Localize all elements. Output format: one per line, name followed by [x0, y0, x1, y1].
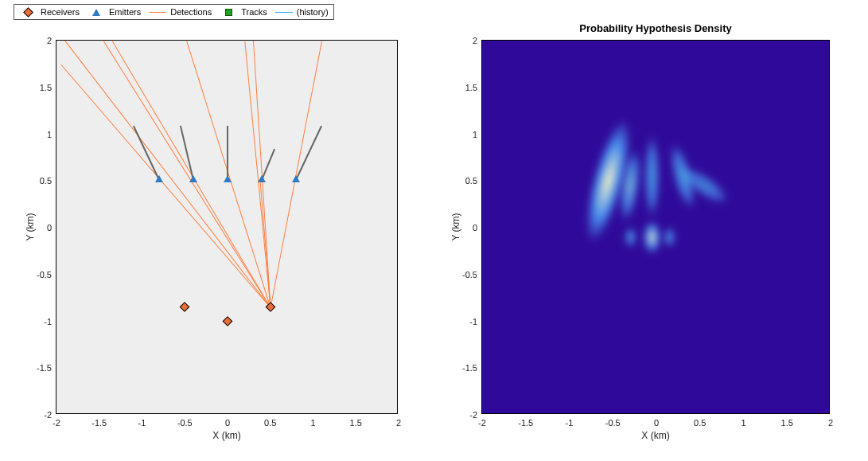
phd-peak	[622, 224, 639, 251]
emitter-marker	[292, 174, 300, 184]
legend: Receivers Emitters Detections Tracks (hi…	[14, 4, 334, 20]
x-tick: -1.5	[91, 418, 107, 428]
y-tick: -1.5	[37, 363, 52, 373]
x-tick: -2	[478, 418, 486, 428]
x-tick: -1	[138, 418, 146, 428]
x-tick: 2	[396, 418, 401, 428]
y-tick: 1.5	[40, 83, 52, 92]
y-tick: 1	[473, 130, 477, 139]
detection-ray	[60, 64, 271, 308]
detection-ray	[64, 41, 271, 307]
legend-item-detections: Detections	[149, 6, 212, 18]
x-tick: 2	[828, 418, 833, 428]
x-tick: 0	[654, 418, 659, 428]
x-tick: 1.5	[781, 418, 793, 428]
x-tick: 0.5	[694, 418, 706, 428]
scene-axes[interactable]: -2-1.5-1-0.500.511.52-2-1.5-1-0.500.511.…	[56, 40, 398, 414]
y-tick: 1	[47, 130, 52, 139]
y-tick: -2	[44, 410, 52, 420]
x-tick: 1	[741, 418, 745, 428]
y-tick: -1	[469, 317, 477, 326]
y-tick: 2	[473, 36, 477, 45]
y-tick: -2	[469, 410, 477, 420]
legend-item-history: (history)	[275, 6, 329, 18]
x-tick: -1	[566, 418, 574, 428]
velocity-stick	[227, 126, 228, 180]
line-icon	[149, 6, 166, 18]
x-tick: 1	[310, 418, 315, 428]
figure: Receivers Emitters Detections Tracks (hi…	[0, 0, 868, 461]
legend-label: Tracks	[241, 7, 267, 17]
y-axis-label: Y (km)	[25, 213, 36, 240]
triangle-icon	[88, 6, 105, 18]
phd-peak	[661, 224, 678, 251]
emitter-marker	[155, 174, 163, 184]
legend-item-emitters: Emitters	[88, 6, 141, 18]
line-icon	[275, 6, 293, 18]
square-icon	[220, 6, 237, 18]
x-tick: -2	[53, 418, 60, 428]
legend-item-tracks: Tracks	[220, 6, 267, 18]
scene-plot-area	[56, 41, 397, 413]
y-tick: 0.5	[465, 176, 477, 186]
y-tick: -0.5	[462, 270, 477, 279]
y-tick: -0.5	[37, 270, 52, 279]
y-tick: 0	[47, 223, 52, 232]
x-axis-label: X (km)	[481, 430, 830, 441]
x-tick: 0	[225, 418, 230, 428]
legend-label: Detections	[170, 7, 212, 17]
y-tick: 0	[473, 223, 477, 232]
x-tick: -0.5	[605, 418, 621, 428]
y-tick: 1.5	[465, 83, 477, 92]
y-tick: -1	[44, 317, 52, 326]
emitter-marker	[258, 174, 266, 184]
y-tick: 0.5	[40, 176, 52, 186]
receiver-marker	[224, 317, 232, 326]
legend-label: Receivers	[41, 7, 80, 17]
x-tick: 0.5	[264, 418, 276, 428]
phd-axes[interactable]: -2-1.5-1-0.500.511.52-2-1.5-1-0.500.511.…	[481, 40, 830, 414]
detection-ray	[103, 41, 271, 307]
legend-label: (history)	[297, 7, 329, 17]
y-axis-label: Y (km)	[450, 213, 461, 240]
emitter-marker	[189, 174, 197, 184]
phd-title: Probability Hypothesis Density	[481, 22, 830, 34]
legend-item-receivers: Receivers	[19, 6, 80, 18]
y-tick: -1.5	[462, 363, 477, 373]
diamond-icon	[19, 6, 37, 18]
x-tick: -0.5	[177, 418, 193, 428]
x-axis-label: X (km)	[56, 430, 398, 441]
x-tick: 1.5	[350, 418, 362, 428]
y-tick: 2	[47, 36, 52, 45]
receiver-marker	[267, 303, 274, 312]
legend-label: Emitters	[109, 7, 141, 17]
x-tick: -1.5	[518, 418, 533, 428]
velocity-stick	[180, 126, 194, 181]
emitter-marker	[224, 174, 232, 184]
receiver-marker	[181, 303, 189, 312]
